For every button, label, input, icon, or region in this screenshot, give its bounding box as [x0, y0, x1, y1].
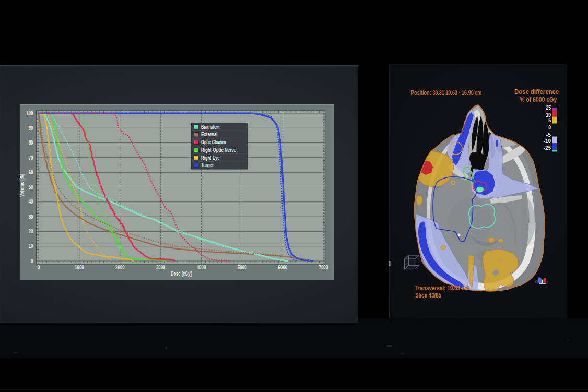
svg-text:5: 5 [548, 117, 551, 123]
svg-text:20: 20 [29, 228, 33, 234]
svg-text:Slice 43/85: Slice 43/85 [415, 292, 441, 299]
svg-text:30: 30 [29, 213, 33, 220]
svg-text:60: 60 [29, 169, 33, 175]
svg-text:0: 0 [38, 264, 40, 270]
svg-text:2000: 2000 [115, 264, 125, 270]
svg-text:40: 40 [29, 198, 33, 205]
svg-text:-10: -10 [544, 138, 551, 144]
svg-text:Dose [cGy]: Dose [cGy] [171, 270, 192, 277]
svg-text:Right Optic Nerve: Right Optic Nerve [201, 147, 236, 153]
svg-text:10: 10 [29, 243, 33, 249]
svg-text:Position: 30.31 10.63 - 16.90: Position: 30.31 10.63 - 16.90 cm [411, 89, 481, 97]
svg-text:Optic Chiasm: Optic Chiasm [201, 139, 226, 145]
svg-text:5000: 5000 [238, 264, 247, 270]
svg-text:50: 50 [29, 184, 33, 190]
svg-text:% of 6000 cGy: % of 6000 cGy [520, 96, 557, 103]
svg-text:4000: 4000 [197, 264, 206, 270]
svg-text:100: 100 [26, 110, 33, 116]
svg-text:Transversal: 10.63 cm: Transversal: 10.63 cm [415, 284, 469, 292]
svg-text:Right Eye: Right Eye [201, 155, 220, 161]
svg-text:1000: 1000 [75, 264, 84, 270]
svg-text:0: 0 [548, 124, 551, 130]
svg-text:80: 80 [29, 139, 33, 146]
svg-text:90: 90 [29, 125, 33, 131]
svg-text:3000: 3000 [156, 264, 166, 270]
svg-text:70: 70 [29, 155, 33, 161]
svg-text:0: 0 [31, 258, 33, 264]
svg-text:Volume [%]: Volume [%] [19, 174, 25, 197]
svg-text:Dose difference: Dose difference [514, 88, 559, 96]
svg-text:Brainstem: Brainstem [201, 124, 220, 130]
svg-text:6000: 6000 [278, 264, 288, 270]
svg-text:-25: -25 [544, 145, 551, 151]
svg-text:External: External [201, 131, 218, 137]
svg-text:7000: 7000 [319, 264, 328, 270]
svg-text:-5: -5 [546, 132, 551, 138]
svg-text:Target: Target [201, 162, 214, 168]
svg-text:25: 25 [546, 104, 551, 111]
